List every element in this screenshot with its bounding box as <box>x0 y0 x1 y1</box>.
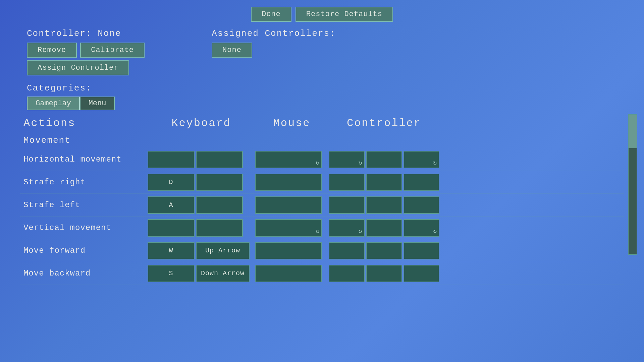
key-cell-1[interactable] <box>148 219 195 237</box>
table-row: Vertical movement ↻ ↻ ↻ <box>20 217 624 239</box>
column-headers: Actions Keyboard Mouse Controller <box>20 117 624 129</box>
tab-gameplay[interactable]: Gameplay <box>27 97 80 110</box>
table-row: Strafe right D <box>20 171 624 194</box>
done-button[interactable]: Done <box>251 7 291 22</box>
mouse-group <box>255 265 329 282</box>
assign-controller-button[interactable]: Assign Controller <box>27 60 129 75</box>
action-name: Strafe left <box>20 200 148 209</box>
keyboard-group: D <box>148 174 255 191</box>
category-tabs: Gameplay Menu <box>27 97 617 110</box>
key-cell-1[interactable]: A <box>148 196 195 214</box>
action-name: Move backward <box>20 269 148 278</box>
refresh-icon: ↻ <box>316 159 319 166</box>
ctrl-cell-3[interactable] <box>404 242 439 259</box>
bindings-section: Actions Keyboard Mouse Controller Moveme… <box>0 110 644 285</box>
keyboard-header: Keyboard <box>148 117 255 129</box>
mouse-cell-1[interactable] <box>255 174 322 191</box>
ctrl-cell-1[interactable] <box>329 242 365 259</box>
scrollbar-thumb[interactable] <box>629 115 637 148</box>
mouse-group <box>255 242 329 259</box>
keyboard-group: W Up Arrow <box>148 242 255 259</box>
table-row: Horizontal movement ↻ ↻ ↻ <box>20 148 624 171</box>
key-cell-w[interactable]: W <box>148 242 195 259</box>
keyboard-group: A <box>148 196 255 214</box>
ctrl-cell-1[interactable] <box>329 196 365 214</box>
movement-section-label: Movement <box>20 133 624 148</box>
action-name: Strafe right <box>20 178 148 187</box>
ctrl-cell-3[interactable]: ↻ <box>404 151 439 168</box>
categories-label: Categories: <box>27 83 617 93</box>
assigned-none-button[interactable]: None <box>212 43 252 58</box>
keyboard-group <box>148 219 255 237</box>
table-row: Strafe left A <box>20 194 624 217</box>
controller-btn-row-2: Assign Controller <box>27 60 145 75</box>
tab-menu[interactable]: Menu <box>80 97 115 110</box>
refresh-icon: ↻ <box>316 227 319 235</box>
categories-section: Categories: Gameplay Menu <box>0 78 644 110</box>
controller-group <box>329 265 439 282</box>
mouse-cell-1[interactable] <box>255 265 322 282</box>
key-cell-2[interactable] <box>196 151 243 168</box>
key-cell-1[interactable] <box>148 151 195 168</box>
bindings-table: Movement Horizontal movement ↻ ↻ ↻ <box>20 133 624 285</box>
mouse-group <box>255 196 329 214</box>
controller-left: Controller: None Remove Calibrate Assign… <box>27 28 145 78</box>
controller-group: ↻ ↻ <box>329 219 439 237</box>
controller-title: Controller: None <box>27 28 145 39</box>
calibrate-button[interactable]: Calibrate <box>80 43 145 58</box>
key-cell-down-arrow[interactable]: Down Arrow <box>196 265 250 282</box>
mouse-cell-1[interactable] <box>255 196 322 214</box>
ctrl-cell-1[interactable]: ↻ <box>329 219 365 237</box>
action-name: Vertical movement <box>20 223 148 232</box>
ctrl-cell-2[interactable] <box>366 242 402 259</box>
ctrl-cell-1[interactable] <box>329 174 365 191</box>
refresh-icon: ↻ <box>358 159 362 166</box>
top-bar: Done Restore Defaults <box>0 0 644 22</box>
controller-group <box>329 196 439 214</box>
ctrl-cell-3[interactable] <box>404 265 439 282</box>
controller-section: Controller: None Remove Calibrate Assign… <box>0 22 644 78</box>
ctrl-cell-1[interactable] <box>329 265 365 282</box>
action-name: Horizontal movement <box>20 155 148 164</box>
refresh-icon: ↻ <box>358 227 362 235</box>
mouse-cell-1[interactable]: ↻ <box>255 151 322 168</box>
mouse-group: ↻ <box>255 219 329 237</box>
ctrl-cell-1[interactable]: ↻ <box>329 151 365 168</box>
controller-group <box>329 174 439 191</box>
table-row: Move forward W Up Arrow <box>20 239 624 262</box>
controller-group: ↻ ↻ <box>329 151 439 168</box>
mouse-header: Mouse <box>255 117 329 129</box>
table-row: Move backward S Down Arrow <box>20 262 624 285</box>
ctrl-cell-2[interactable] <box>366 219 402 237</box>
key-cell-up-arrow[interactable]: Up Arrow <box>196 242 250 259</box>
key-cell-2[interactable] <box>196 219 243 237</box>
remove-button[interactable]: Remove <box>27 43 77 58</box>
controller-btn-row-1: Remove Calibrate <box>27 43 145 58</box>
refresh-icon: ↻ <box>433 227 437 235</box>
key-cell-2[interactable] <box>196 174 243 191</box>
mouse-group <box>255 174 329 191</box>
controller-group <box>329 242 439 259</box>
action-name: Move forward <box>20 246 148 255</box>
refresh-icon: ↻ <box>433 159 437 166</box>
mouse-cell-1[interactable] <box>255 242 322 259</box>
restore-defaults-button[interactable]: Restore Defaults <box>296 7 393 22</box>
ctrl-cell-3[interactable] <box>404 174 439 191</box>
actions-header: Actions <box>20 117 148 129</box>
controller-header: Controller <box>329 117 439 129</box>
ctrl-cell-3[interactable] <box>404 196 439 214</box>
controller-right: Assigned Controllers: None <box>212 28 336 58</box>
ctrl-cell-2[interactable] <box>366 196 402 214</box>
key-cell-s[interactable]: S <box>148 265 195 282</box>
keyboard-group: S Down Arrow <box>148 265 255 282</box>
ctrl-cell-2[interactable] <box>366 174 402 191</box>
ctrl-cell-3[interactable]: ↻ <box>404 219 439 237</box>
ctrl-cell-2[interactable] <box>366 151 402 168</box>
key-cell-1[interactable]: D <box>148 174 195 191</box>
key-cell-2[interactable] <box>196 196 243 214</box>
ctrl-cell-2[interactable] <box>366 265 402 282</box>
keyboard-group <box>148 151 255 168</box>
scrollbar-track[interactable] <box>628 114 637 255</box>
mouse-cell-1[interactable]: ↻ <box>255 219 322 237</box>
assigned-controllers-title: Assigned Controllers: <box>212 28 336 39</box>
